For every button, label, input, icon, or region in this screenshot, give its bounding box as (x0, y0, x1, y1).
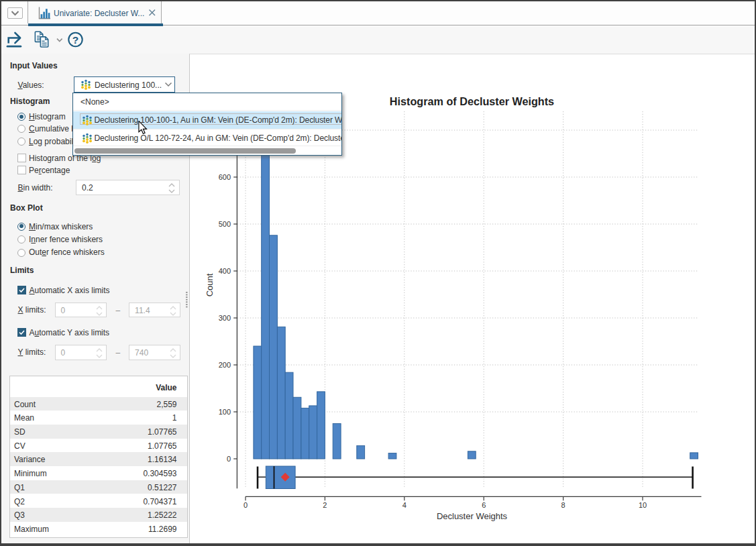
svg-text:10: 10 (639, 501, 647, 509)
svg-text:200: 200 (219, 361, 231, 369)
svg-text:500: 500 (219, 220, 231, 228)
svg-text:Decluster Weights: Decluster Weights (437, 511, 508, 521)
svg-text:0: 0 (227, 455, 231, 463)
svg-text:0: 0 (244, 501, 248, 509)
svg-text:6: 6 (482, 501, 486, 509)
svg-text:4: 4 (402, 501, 407, 509)
svg-text:400: 400 (219, 267, 231, 275)
svg-text:2: 2 (323, 501, 327, 509)
svg-text:300: 300 (219, 314, 231, 322)
svg-text:600: 600 (219, 173, 231, 181)
svg-text:Count: Count (205, 273, 215, 296)
svg-text:Histogram of Decluster Weights: Histogram of Decluster Weights (390, 95, 554, 107)
svg-text:100: 100 (219, 408, 231, 416)
svg-text:8: 8 (561, 501, 565, 509)
